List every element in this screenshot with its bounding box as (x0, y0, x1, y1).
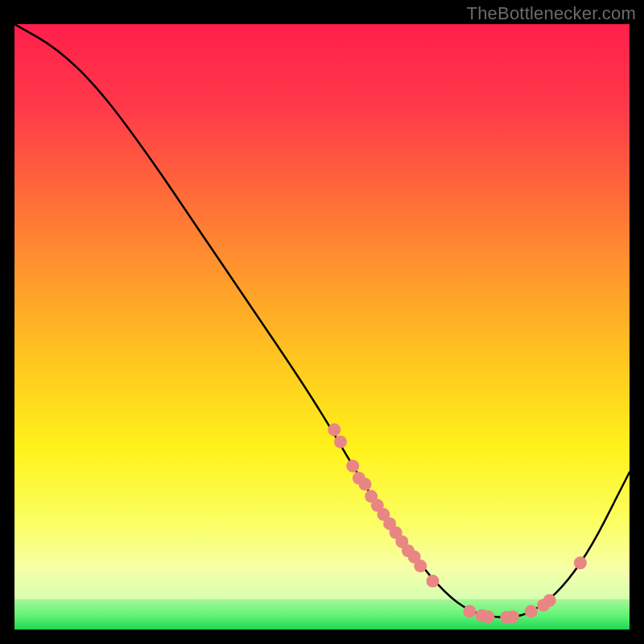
data-marker (358, 478, 371, 491)
gradient-background (14, 24, 630, 630)
data-marker (463, 605, 476, 617)
watermark-text: TheBottlenecker.com (467, 3, 636, 24)
chart-container: TheBottlenecker.com (0, 0, 644, 644)
data-marker (574, 556, 587, 569)
data-marker (506, 610, 519, 623)
data-marker (525, 605, 538, 617)
data-marker (427, 575, 440, 588)
data-marker (414, 559, 427, 572)
data-marker (543, 594, 556, 607)
chart-svg (14, 24, 630, 630)
data-marker (328, 423, 341, 436)
data-marker (481, 610, 494, 623)
data-marker (346, 460, 359, 473)
data-marker (334, 436, 347, 448)
plot-area (14, 24, 630, 630)
